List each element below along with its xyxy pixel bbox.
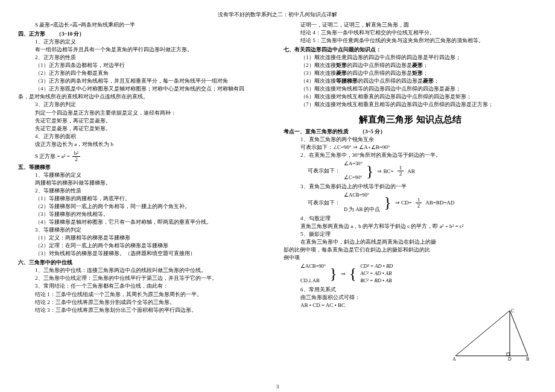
line: 可表示如下：∠C=90° ⇒ ∠A+∠B=90° (284, 144, 537, 151)
page: 没有学不好的数学系列之二：初中几何知识点详解 S 菱形=底边长×高=两条对角线乘… (0, 0, 555, 392)
line: 证明一，证明二，证明三，解直角三角形，圆 (284, 21, 537, 29)
line: 1、三角形的中位线：连接三角形两边中点的线段叫做三角形的中位线。 (18, 267, 271, 274)
line: 1、等腰梯形的定义 (18, 171, 271, 179)
line: 3、等腰梯形的判定 (18, 226, 271, 234)
line: 两腰相等的梯形叫做等腰梯形。 (18, 179, 271, 187)
brace-icon: } (329, 266, 337, 282)
line: 4、正方形的面积 (18, 133, 271, 141)
line: （3）顺次连接菱形的四边中点所得的四边形是矩形； (284, 69, 537, 77)
square-area-formula: S 正方形 = a² = b² 2 (35, 151, 271, 162)
svg-text:A: A (452, 356, 456, 362)
section-4: 四、正方形 （3~10 分） (18, 30, 271, 38)
line: （1）顺次连接任意四边形的四边中点所得的四边形是平行四边形； (284, 54, 537, 62)
right-triangle-diagram: A B C D (452, 308, 531, 363)
line: 影的比例中项，每条直角边是它们在斜边上的摄影和斜边的比 (284, 246, 537, 254)
line: 1、正方形的定义 (18, 38, 271, 46)
section-6: 六、三角形中的中位线 (18, 259, 271, 267)
brace-block-30: 可表示如下： ∠A=30° ∠C=90° } ⇒ BC= 12 AB (308, 160, 537, 182)
brace-icon: { (349, 266, 357, 282)
line: 结论 2：三条中位线将原三角形分割成四个全等的三角形。 (18, 299, 271, 306)
svg-marker-0 (455, 311, 528, 356)
line: 结论 5：三角形中任意两条中位线的夹角与这夹角所对的三角形的顶角相等。 (284, 37, 537, 45)
line: （7）顺次连接对角线互相垂直且相等的四边形四边中点所得的四边形是正方形； (284, 101, 537, 109)
line: S 菱形=底边长×高=两条对角线乘积的一半 (18, 21, 271, 29)
triangle-svg: A B C D (452, 308, 531, 362)
line: （2）等腰梯形同一底上的两个角相等，同一腰上的两个角互补。 (18, 203, 271, 210)
line: 5、摄影定理 (284, 230, 537, 238)
line: 先证它是菱形，再证它是矩形。 (18, 125, 271, 133)
line: 3、直角三角形斜边上的中线等于斜边的一半 (284, 183, 537, 191)
line: 1、直角三角形的两个锐角互余 (284, 136, 537, 144)
left-column: S 菱形=底边长×高=两条对角线乘积的一半 四、正方形 （3~10 分） 1、正… (18, 21, 271, 314)
brace-icon: } (384, 195, 391, 210)
line: （4）等腰梯形是轴对称图形，它只有一条对称轴，即两底的垂直平分线。 (18, 218, 271, 226)
line: 设正方形边长为 a，对角线长为 b (18, 141, 271, 148)
brace-icon: } (366, 163, 373, 179)
svg-text:B: B (526, 356, 529, 362)
line: 条，是对角线所在的直线和对边中点连线所在的直线。 (18, 93, 271, 101)
page-header: 没有学不好的数学系列之二：初中几何知识点详解 (18, 11, 537, 19)
svg-text:D: D (508, 356, 512, 362)
line: （3）等腰梯形的对角线相等。 (18, 210, 271, 218)
formula-label: S 正方形 = a² = (35, 153, 70, 160)
line: （2）顺次连接矩形的四边中点所得的四边形是菱形； (284, 62, 537, 69)
fraction: b² 2 (72, 151, 80, 162)
line: 在直角三角形中，斜边上的高线是两直角边在斜边上的摄 (284, 238, 537, 246)
line: 先证它是矩形，再证它是菱形。 (18, 117, 271, 125)
line: （6）顺次连接对角线互相垂直的四边形四边中点所得的四边形是矩形； (284, 93, 537, 101)
line: 由三角形面积公式可得： (284, 294, 537, 302)
line: 结论 3：三条中位线将原三角形划分出三个面积相等的平行四边形。 (18, 306, 271, 314)
line: 2、在直角三角形中，30°角所对的直角边等于斜边的一半。 (284, 151, 537, 159)
right-column: 证明一，证明二，证明三，解直角三角形，圆 结论 4：三角形一条中线和与它相交的中… (284, 21, 537, 314)
kp1: 考点一、直角三角形的性质 （3~5 分） (284, 128, 537, 136)
line: （3）正方形的两条对角线相等，并且互相垂直平分，每一条对角线平分一组对角 (18, 77, 271, 85)
line: 例中项 (284, 254, 537, 262)
columns: S 菱形=底边长×高=两条对角线乘积的一半 四、正方形 （3~10 分） 1、正… (18, 21, 537, 314)
line: （2）定理：在同一底上的两个角相等的梯形是等腰梯形 (18, 242, 271, 250)
line: （2）正方形的四个角都是直角 (18, 69, 271, 77)
brace-block-proj: ∠ACB=90° CD⊥AB } ⇒ { CD² = AD • BD AC² =… (300, 263, 537, 285)
line: （4）正方形既是中心对称图形又是轴对称图形；对称中心是对角线的交点；对称轴有四 (18, 85, 271, 93)
line: （1）定义：两腰相等的梯形是等腰梯形 (18, 234, 271, 242)
svg-text:C: C (511, 308, 514, 314)
page-number: 3 (276, 384, 279, 390)
line: 直角三角形两直角边 a，b 的平方和等于斜边 c 的平方，即 a² + b² =… (284, 223, 537, 230)
line: （4）顺次连接等腰梯形的四边中点所得的四边形是菱形； (284, 77, 537, 85)
line: 有一组邻边相等并且具有一个角是直角的平行四边形叫做正方形。 (18, 46, 271, 54)
line: （5）顺次连接对角线相等的四边形四边中点所得的四边形是菱形； (284, 85, 537, 93)
big-title: 解直角三角形 知识点总结 (284, 114, 537, 125)
line: 3、正方形的判定 (18, 101, 271, 109)
section-5: 五、等腰梯形 (18, 163, 271, 171)
line: 2、三角形中位线定理：三角形的中位线平行于第三边，并且等于它的一半。 (18, 274, 271, 282)
line: 2、正方形的性质 (18, 54, 271, 62)
line: 4、勾股定理 (284, 215, 537, 223)
line: 判定一个四边形是正方形的主要依据是定义，途径有两种： (18, 109, 271, 117)
line: （1）正方形四条边都相等，对边平行 (18, 62, 271, 69)
line: （3）对角线相等的梯形是等腰梯形。（选择题和填空题可直接用） (18, 250, 271, 258)
brace-block-midline: 可表示如下： ∠ACB=90° D 为 AB 的中点 } ⇒ CD= 12 AB… (308, 192, 537, 213)
line: （1）等腰梯形的两腰相等，两底平行。 (18, 195, 271, 203)
line: 结论 1：三条中位线组成一个三角形，其周长为原三角形周长的一半。 (18, 291, 271, 299)
line: 2、等腰梯形的性质 (18, 187, 271, 195)
line: 结论 4：三角形一条中线和与它相交的中位线互相平分。 (284, 29, 537, 37)
svg-rect-2 (507, 353, 510, 356)
section-7: 七、有关四边形四边中点问题的知识点： (284, 46, 537, 54)
line: 6、常用关系式 (284, 286, 537, 294)
line: 3、常用结论：任一个三角形都有三条中位线，由此有： (18, 282, 271, 290)
